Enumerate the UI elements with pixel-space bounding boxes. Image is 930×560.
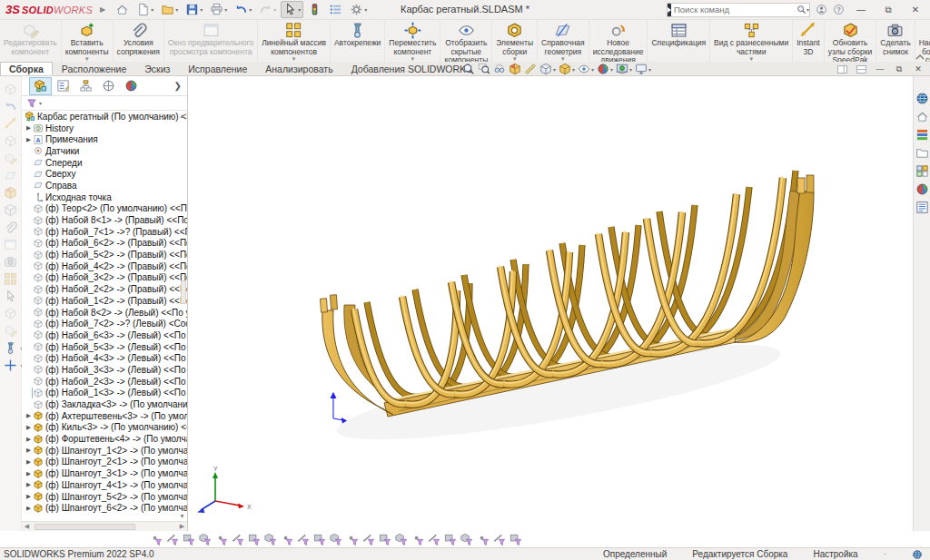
- exploded-view-button[interactable]: Вид с разнесеннымичастями▾: [710, 20, 793, 62]
- filter-sketch-segments-button[interactable]: [279, 532, 294, 547]
- filter-faces-button[interactable]: [197, 532, 213, 547]
- filter-toggle-button[interactable]: [148, 532, 163, 547]
- tree-item-12[interactable]: (ф) Набой_6<2> -> (Правый) <<По умо: [22, 238, 187, 250]
- boat-assembly-model[interactable]: [188, 76, 913, 531]
- tab-расположение[interactable]: Расположение: [53, 62, 135, 75]
- filter-cosmetic-threads-button[interactable]: [459, 532, 474, 547]
- tree-item-21[interactable]: (ф) Набой_5<3> -> (Левый) <<По умол: [22, 341, 187, 353]
- dimxpert-manager-tab[interactable]: [97, 77, 120, 95]
- features-toolbar-button-12[interactable]: [3, 271, 19, 287]
- home-button[interactable]: [113, 1, 132, 18]
- tree-item-11[interactable]: (ф) Набой_7<1> ->? (Правый) <<По ум: [22, 226, 187, 238]
- tree-item-27[interactable]: ▶(ф) Ахтерштевень<3> -> (По умолчани: [22, 410, 187, 422]
- smart-fastener-tool-button[interactable]: ▾: [3, 340, 19, 356]
- expand-panel-arrow[interactable]: ❯: [174, 81, 182, 91]
- tab-исправление[interactable]: Исправление: [179, 62, 256, 75]
- doc-restore-button[interactable]: ⧉: [891, 63, 907, 75]
- tree-item-25[interactable]: (ф) Набой_1<3> -> (Левый) <<По умол: [22, 388, 187, 399]
- tree-item-18[interactable]: (ф) Набой 8<2> -> (Левый) <<По умол: [22, 307, 187, 319]
- pane-split-vertical-button[interactable]: [834, 63, 850, 75]
- stern-post-inner[interactable]: [806, 175, 814, 192]
- print-button[interactable]: ▾: [207, 1, 230, 18]
- tree-item-22[interactable]: (ф) Набой_4<3> -> (Левый) <<По умол: [22, 352, 187, 364]
- tree-item-2[interactable]: ▶History: [22, 123, 187, 134]
- bow-post-inner[interactable]: [330, 295, 337, 309]
- window-close-button[interactable]: ✕: [905, 2, 926, 18]
- configuration-manager-tab[interactable]: [74, 77, 97, 95]
- filter-connection-points-button[interactable]: [491, 532, 507, 547]
- move-component-button[interactable]: Переместитькомпонент▾: [385, 20, 440, 62]
- filter-blocks-button[interactable]: [475, 532, 490, 547]
- display-manager-tab[interactable]: [120, 77, 143, 95]
- redo-button[interactable]: ▾: [256, 1, 279, 18]
- linear-component-pattern-button[interactable]: Линейный массивкомпонентов▾: [258, 20, 331, 62]
- user-account-icon[interactable]: [816, 4, 827, 15]
- command-search[interactable]: ▾: [667, 3, 810, 17]
- doc-minimize-button[interactable]: —: [872, 63, 888, 75]
- features-toolbar-button-14[interactable]: [3, 306, 19, 321]
- tree-horizontal-scrollbar[interactable]: ◀ ▶: [22, 521, 187, 531]
- tree-item-24[interactable]: (ф) Набой_2<3> -> (Левый) <<По умол: [22, 376, 187, 388]
- edit-component-button[interactable]: Редактироватькомпонент: [0, 20, 62, 62]
- display-settings-button[interactable]: [326, 1, 345, 18]
- configuration-label[interactable]: Настройка: [813, 549, 857, 559]
- tree-item-4[interactable]: Датчики: [22, 145, 187, 157]
- smart-fasteners-button[interactable]: Автокрепежи: [331, 20, 385, 62]
- new-motion-study-button[interactable]: Новоеисследованиедвижения: [589, 20, 648, 62]
- filter-centerlines-button[interactable]: [328, 532, 343, 547]
- search-input[interactable]: [671, 5, 796, 15]
- features-toolbar-button-10[interactable]: [3, 237, 19, 252]
- tree-scroll-up-arrow[interactable]: ▲: [179, 113, 185, 119]
- hscroll-left-arrow[interactable]: ◀: [22, 523, 32, 530]
- filter-midpoints-button[interactable]: [295, 532, 311, 547]
- features-toolbar-button-3[interactable]: [3, 116, 19, 132]
- expander-icon[interactable]: ▶: [25, 458, 33, 466]
- view-settings-button[interactable]: ▾: [634, 63, 652, 75]
- mate-button[interactable]: Условиясопряжения: [114, 20, 164, 62]
- component-preview-window-button[interactable]: Окно предварительногопросмотра компонент…: [164, 20, 258, 62]
- filter-edges-button[interactable]: [181, 532, 196, 547]
- expander-icon[interactable]: ▶: [25, 493, 33, 500]
- edit-appearance-button[interactable]: ▾: [596, 63, 614, 75]
- filter-dimensions-button[interactable]: [344, 532, 360, 547]
- features-toolbar-button-7[interactable]: [3, 185, 19, 201]
- features-toolbar-button-6[interactable]: [3, 168, 19, 183]
- filter-vertices-button[interactable]: [164, 532, 180, 547]
- show-hidden-components-button[interactable]: Отобразитьскрытыекомпоненты: [440, 20, 492, 62]
- filter-sketch-points-button[interactable]: [262, 532, 278, 547]
- tree-item-26[interactable]: (ф) Закладка<3> -> (По умолчанию) <: [22, 398, 187, 410]
- tree-item-20[interactable]: (ф) Набой_6<3> -> (Левый) <<По умол: [22, 329, 187, 341]
- tree-item-35[interactable]: ▶(ф) Шпангоут_6<2> -> (По умолчанию): [22, 502, 187, 514]
- section-view-button[interactable]: [508, 63, 522, 75]
- features-toolbar-button-8[interactable]: [3, 202, 19, 218]
- expander-icon[interactable]: ▶: [25, 424, 33, 431]
- measure-button[interactable]: [523, 63, 538, 75]
- filter-annotations-button[interactable]: [361, 532, 376, 547]
- save-button[interactable]: ▾: [183, 1, 205, 18]
- tree-item-7[interactable]: Справа: [22, 180, 187, 192]
- previous-view-button[interactable]: [492, 63, 507, 75]
- filter-surface-bodies-button[interactable]: [410, 532, 425, 547]
- features-toolbar-button-5[interactable]: [3, 151, 19, 166]
- tree-item-16[interactable]: (ф) Набой_2<2> -> (Правый) <<По умо: [22, 283, 187, 295]
- window-restore-button[interactable]: ⧉: [877, 2, 899, 18]
- filter-solid-bodies-button[interactable]: [213, 532, 229, 547]
- tree-item-9[interactable]: (ф) Теор<2> (По умолчанию) <<По ум: [22, 203, 187, 215]
- featuremanager-design-tree-tab[interactable]: [29, 77, 52, 95]
- filter-axes-button[interactable]: [230, 532, 245, 547]
- property-manager-tab[interactable]: [52, 77, 74, 95]
- filter-routing-points-button[interactable]: [508, 532, 523, 547]
- features-toolbar-button-15[interactable]: [3, 323, 19, 339]
- assembly-features-button[interactable]: Элементысборки▾: [492, 20, 538, 62]
- hide-show-items-button[interactable]: ▾: [577, 63, 595, 75]
- select-tool-button[interactable]: ▾: [281, 1, 303, 18]
- toolbar-flyout-arrow-icon[interactable]: ▶: [100, 5, 105, 14]
- new-document-button[interactable]: ▾: [134, 1, 156, 18]
- features-toolbar-button-9[interactable]: [3, 220, 19, 235]
- tab-сборка[interactable]: Сборка: [0, 62, 53, 75]
- hscroll-thumb[interactable]: [35, 524, 135, 530]
- filter-funnel-icon[interactable]: [26, 98, 37, 109]
- zoom-to-fit-button[interactable]: [461, 63, 476, 75]
- filter-notes-button[interactable]: [377, 532, 392, 547]
- filter-weld-beads-button[interactable]: [442, 532, 458, 547]
